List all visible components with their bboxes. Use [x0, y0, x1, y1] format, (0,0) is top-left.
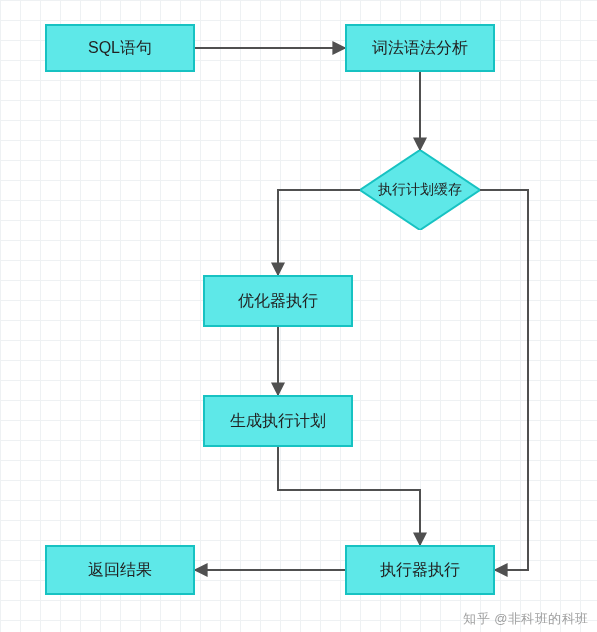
node-optimizer: 优化器执行 — [203, 275, 353, 327]
node-executor-label: 执行器执行 — [380, 560, 460, 581]
edge-cache-miss-to-optimizer — [278, 190, 360, 275]
node-sql-stmt-label: SQL语句 — [88, 38, 152, 59]
node-lex-parse: 词法语法分析 — [345, 24, 495, 72]
node-optimizer-label: 优化器执行 — [238, 291, 318, 312]
node-return: 返回结果 — [45, 545, 195, 595]
node-executor: 执行器执行 — [345, 545, 495, 595]
edge-cache-hit-to-executor — [480, 190, 528, 570]
edge-genplan-to-executor — [278, 447, 420, 545]
flowchart-canvas: SQL语句 词法语法分析 执行计划缓存 优化器执行 生成执行计划 执行器执行 返… — [0, 0, 597, 632]
node-gen-plan: 生成执行计划 — [203, 395, 353, 447]
node-plan-cache-label: 执行计划缓存 — [378, 181, 462, 199]
node-return-label: 返回结果 — [88, 560, 152, 581]
node-gen-plan-label: 生成执行计划 — [230, 411, 326, 432]
node-sql-stmt: SQL语句 — [45, 24, 195, 72]
node-plan-cache: 执行计划缓存 — [360, 150, 480, 230]
node-lex-parse-label: 词法语法分析 — [372, 38, 468, 59]
watermark: 知乎 @非科班的科班 — [463, 610, 589, 628]
